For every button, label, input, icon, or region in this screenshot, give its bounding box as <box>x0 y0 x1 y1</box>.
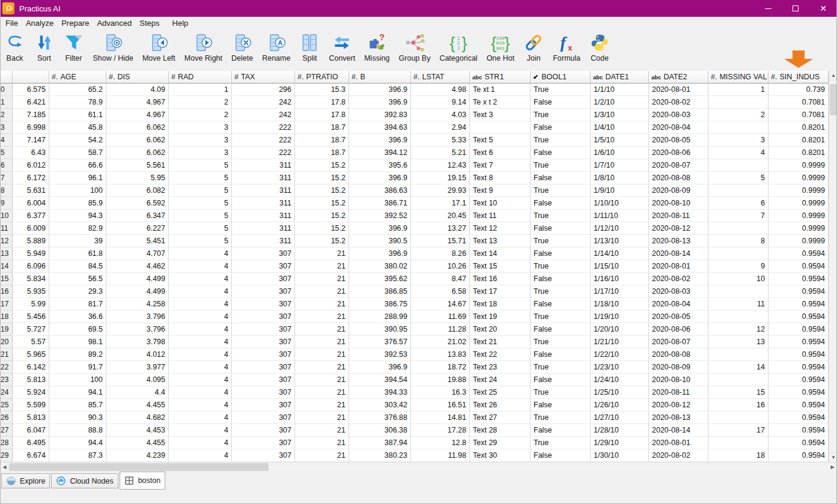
close-button[interactable]: ✕ <box>809 0 837 17</box>
table-cell[interactable]: 11 <box>708 298 769 311</box>
table-cell[interactable] <box>708 285 769 298</box>
table-cell[interactable]: 396.9 <box>349 134 411 147</box>
table-cell[interactable]: 100 <box>49 184 106 197</box>
table-cell[interactable]: 307 <box>232 374 295 386</box>
table-cell[interactable]: 396.9 <box>349 361 411 374</box>
toolbar-rename-button[interactable]: Rename <box>258 31 295 64</box>
table-cell[interactable]: 1/4/10 <box>591 121 649 134</box>
table-cell[interactable]: 0.9594 <box>769 285 829 298</box>
table-cell[interactable]: 21.02 <box>411 336 470 348</box>
table-cell[interactable]: 0.9594 <box>769 348 829 361</box>
table-cell[interactable] <box>708 121 769 134</box>
table-cell[interactable]: 4.09 <box>106 83 169 96</box>
table-cell[interactable]: 0.9999 <box>769 184 829 197</box>
toolbar-code-button[interactable]: Code <box>585 31 615 64</box>
table-cell[interactable]: 395.6 <box>349 159 411 172</box>
table-cell[interactable]: 0.9594 <box>769 336 829 348</box>
row-index-cell[interactable]: 23 <box>0 374 13 386</box>
table-cell[interactable]: 66.6 <box>49 159 106 172</box>
table-cell[interactable]: Text 13 <box>470 235 531 247</box>
vertical-scroll-thumb[interactable] <box>830 84 837 115</box>
table-cell[interactable]: 81.7 <box>49 298 106 311</box>
table-cell[interactable]: True <box>531 109 591 121</box>
table-cell[interactable]: 5.451 <box>106 235 169 247</box>
table-cell[interactable]: True <box>531 210 591 222</box>
table-cell[interactable]: 5.965 <box>13 348 49 361</box>
table-cell[interactable]: 6.009 <box>13 222 49 235</box>
column-header-tax[interactable]: #TAX <box>232 71 295 83</box>
menu-prepare[interactable]: Prepare <box>61 19 89 28</box>
table-cell[interactable]: 1/17/10 <box>591 285 649 298</box>
table-cell[interactable]: 390.95 <box>349 323 411 336</box>
table-cell[interactable]: False <box>531 399 591 411</box>
table-cell[interactable]: 376.57 <box>349 336 411 348</box>
table-cell[interactable]: 6.012 <box>13 159 49 172</box>
toolbar-convert-button[interactable]: Convert <box>324 31 360 64</box>
table-cell[interactable]: 4.967 <box>106 96 169 109</box>
maximize-button[interactable] <box>782 0 809 17</box>
table-cell[interactable]: 21 <box>295 449 349 462</box>
table-cell[interactable]: 2020-08-13 <box>649 411 708 424</box>
table-cell[interactable]: Te xt 1 <box>470 83 531 96</box>
table-cell[interactable]: 2 <box>708 109 769 121</box>
table-cell[interactable]: 6.062 <box>106 134 169 147</box>
table-cell[interactable]: 1/30/10 <box>591 449 649 462</box>
toolbar-group-by-button[interactable]: Group By <box>394 31 435 64</box>
table-cell[interactable]: 1/14/10 <box>591 247 649 260</box>
table-cell[interactable]: 394.63 <box>349 121 411 134</box>
table-cell[interactable]: 380.02 <box>349 260 411 273</box>
table-cell[interactable]: True <box>531 311 591 323</box>
row-index-cell[interactable]: 10 <box>0 210 13 222</box>
table-cell[interactable]: 4 <box>169 424 232 437</box>
table-cell[interactable]: 4 <box>169 348 232 361</box>
table-cell[interactable]: 6.377 <box>13 210 49 222</box>
table-cell[interactable]: 15.2 <box>295 210 349 222</box>
table-cell[interactable]: 307 <box>232 348 295 361</box>
table-cell[interactable]: 5.599 <box>13 399 49 411</box>
table-cell[interactable]: 94.1 <box>49 386 106 399</box>
table-cell[interactable]: 6.082 <box>106 184 169 197</box>
table-cell[interactable]: 222 <box>232 147 295 159</box>
table-cell[interactable] <box>708 374 769 386</box>
table-cell[interactable]: 2020-08-05 <box>649 311 708 323</box>
column-header-blank[interactable] <box>0 71 13 83</box>
toolbar-one-hot-button[interactable]: One Hot <box>482 31 519 64</box>
table-cell[interactable]: 4.967 <box>106 109 169 121</box>
table-cell[interactable]: 4.03 <box>411 109 470 121</box>
table-cell[interactable]: 56.5 <box>49 273 106 285</box>
table-cell[interactable]: 21 <box>295 348 349 361</box>
table-cell[interactable]: 78.9 <box>49 96 106 109</box>
table-cell[interactable]: 5 <box>169 210 232 222</box>
table-cell[interactable]: 100 <box>49 374 106 386</box>
row-index-cell[interactable]: 18 <box>0 311 13 323</box>
table-cell[interactable]: 386.71 <box>349 197 411 210</box>
table-cell[interactable]: 58.7 <box>49 147 106 159</box>
toolbar-delete-button[interactable]: Delete <box>227 31 258 64</box>
table-cell[interactable]: 386.75 <box>349 298 411 311</box>
table-cell[interactable]: 311 <box>232 184 295 197</box>
table-cell[interactable]: 0.9999 <box>769 159 829 172</box>
row-index-cell[interactable]: 11 <box>0 222 13 235</box>
toolbar-move-right-button[interactable]: Move Right <box>180 31 227 64</box>
table-cell[interactable]: Text 24 <box>470 374 531 386</box>
table-cell[interactable]: 4 <box>169 399 232 411</box>
table-cell[interactable]: 311 <box>232 222 295 235</box>
table-cell[interactable]: 0.9594 <box>769 399 829 411</box>
table-cell[interactable]: 4 <box>169 298 232 311</box>
row-index-cell[interactable]: 5 <box>0 147 13 159</box>
table-cell[interactable]: 6.998 <box>13 121 49 134</box>
table-cell[interactable]: 5.631 <box>13 184 49 197</box>
column-header-date1[interactable]: abcDATE1 <box>591 71 649 83</box>
table-cell[interactable]: True <box>531 260 591 273</box>
table-cell[interactable]: 0.9594 <box>769 424 829 437</box>
table-cell[interactable]: 1/1/10 <box>591 83 649 96</box>
table-cell[interactable]: 307 <box>232 449 295 462</box>
table-cell[interactable]: 21 <box>295 298 349 311</box>
table-cell[interactable]: 21 <box>295 260 349 273</box>
table-cell[interactable]: 6.592 <box>106 197 169 210</box>
table-cell[interactable]: 6.004 <box>13 197 49 210</box>
table-cell[interactable]: 1/7/10 <box>591 159 649 172</box>
row-index-cell[interactable]: 29 <box>0 449 13 462</box>
table-cell[interactable]: 2020-08-14 <box>649 247 708 260</box>
table-cell[interactable]: 2020-08-12 <box>649 222 708 235</box>
